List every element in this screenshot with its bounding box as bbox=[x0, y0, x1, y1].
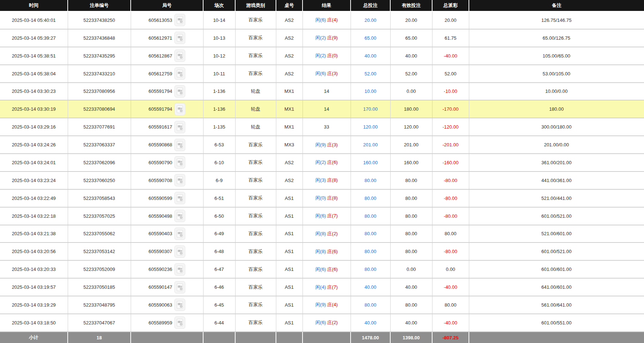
total-bet-link[interactable]: 10.00 bbox=[364, 88, 376, 94]
valid_bet-cell: 0.00 bbox=[390, 260, 432, 278]
total-bet-link[interactable]: 40.00 bbox=[364, 284, 376, 290]
table-row[interactable]: 2025-03-14 03:20:33522337052009605590236… bbox=[0, 260, 644, 278]
total-bet-link[interactable]: 40.00 bbox=[364, 53, 376, 59]
subtotal-bet_no-cell: 18 bbox=[68, 332, 131, 343]
session-cell: 6-47 bbox=[203, 260, 235, 278]
table-row[interactable]: 2025-03-14 03:22:18522337057025605590498… bbox=[0, 207, 644, 225]
video-replay-button[interactable] bbox=[174, 192, 185, 204]
table-row[interactable]: 2025-03-14 03:22:49522337058543605590599… bbox=[0, 189, 644, 207]
total-bet-link[interactable]: 20.00 bbox=[364, 17, 376, 23]
valid_bet-cell: 52.00 bbox=[390, 65, 432, 83]
total-bet-link[interactable]: 80.00 bbox=[364, 178, 376, 183]
result-player: 闲(6) bbox=[315, 213, 326, 218]
total-bet-link[interactable]: 80.00 bbox=[364, 196, 376, 201]
video-camera-icon bbox=[176, 176, 183, 184]
total-bet-link[interactable]: 80.00 bbox=[364, 302, 376, 308]
result-player: 闲(6) bbox=[315, 17, 326, 23]
table-row[interactable]: 2025-03-14 03:24:26522337063337605590868… bbox=[0, 136, 644, 154]
total-bet-link[interactable]: 40.00 bbox=[364, 320, 376, 326]
table-row[interactable]: 2025-03-14 03:20:56522337053142605590307… bbox=[0, 243, 644, 260]
time-cell: 2025-03-14 05:39:27 bbox=[0, 29, 68, 47]
round-number: 605590790 bbox=[149, 160, 172, 165]
result-cell: 闲(8) 庄(2) bbox=[303, 225, 351, 243]
table-row-highlighted[interactable]: 2025-03-14 03:30:19522337080694605591794… bbox=[0, 100, 644, 118]
table-row[interactable]: 2025-03-14 03:19:29522337048795605590063… bbox=[0, 296, 644, 314]
table-row[interactable]: 2025-03-14 03:19:57522337050185605590147… bbox=[0, 278, 644, 296]
total_bet-cell: 201.00 bbox=[351, 136, 390, 154]
total_bet-cell: 40.00 bbox=[351, 47, 390, 65]
video-replay-button[interactable] bbox=[174, 103, 185, 115]
time-cell: 2025-03-14 05:40:01 bbox=[0, 11, 68, 29]
total-bet-link[interactable]: 65.00 bbox=[364, 35, 376, 41]
video-replay-button[interactable] bbox=[174, 85, 185, 98]
video-replay-button[interactable] bbox=[174, 263, 185, 276]
payout-cell: 52.00 bbox=[432, 65, 469, 83]
round_no-cell: 605590063 bbox=[131, 296, 203, 314]
total-bet-link[interactable]: 52.00 bbox=[364, 71, 376, 76]
valid_bet-cell: 160.00 bbox=[390, 154, 432, 172]
payout-cell: 80.00 bbox=[432, 225, 469, 243]
total-bet-link[interactable]: 120.00 bbox=[363, 124, 378, 130]
total-bet-link[interactable]: 80.00 bbox=[364, 231, 376, 236]
video-replay-button[interactable] bbox=[174, 281, 185, 293]
table-row[interactable]: 2025-03-14 03:23:24522337060250605590708… bbox=[0, 172, 644, 189]
payout-cell: -10.00 bbox=[432, 83, 469, 100]
total_bet-cell: 80.00 bbox=[351, 296, 390, 314]
result-banker: 庄(8) bbox=[327, 177, 338, 183]
video-replay-button[interactable] bbox=[174, 67, 185, 80]
valid_bet-cell: 0.00 bbox=[390, 83, 432, 100]
subtotal-time-cell: 小计 bbox=[0, 332, 68, 343]
table-row[interactable]: 2025-03-14 03:18:50522337047067605589959… bbox=[0, 314, 644, 332]
remark-cell: 201.00/0.00 bbox=[469, 136, 644, 154]
total-bet-link[interactable]: 201.00 bbox=[363, 142, 378, 147]
video-replay-button[interactable] bbox=[174, 32, 185, 44]
table-row[interactable]: 2025-03-14 05:39:27522337436848605612971… bbox=[0, 29, 644, 47]
total-bet-link[interactable]: 160.00 bbox=[363, 160, 378, 165]
video-replay-button[interactable] bbox=[174, 121, 185, 133]
total_bet-cell: 80.00 bbox=[351, 172, 390, 189]
video-replay-button[interactable] bbox=[174, 316, 185, 329]
video-replay-button[interactable] bbox=[174, 174, 185, 186]
total-bet-link[interactable]: 170.00 bbox=[363, 106, 378, 112]
payout-cell: -170.00 bbox=[432, 100, 469, 118]
valid_bet-cell: 80.00 bbox=[390, 207, 432, 225]
table-row[interactable]: 2025-03-14 03:21:38522337055062605590403… bbox=[0, 225, 644, 243]
video-replay-button[interactable] bbox=[174, 50, 185, 62]
video-replay-button[interactable] bbox=[174, 245, 185, 258]
video-replay-button[interactable] bbox=[174, 14, 185, 26]
table-row[interactable]: 2025-03-14 05:38:04522337433210605612759… bbox=[0, 65, 644, 83]
session-cell: 6-51 bbox=[203, 189, 235, 207]
session-cell: 6-10 bbox=[203, 154, 235, 172]
bet_no-cell: 522337080694 bbox=[68, 100, 131, 118]
session-cell: 6-49 bbox=[203, 225, 235, 243]
result-cell: 闲(6) 庄(7) bbox=[303, 207, 351, 225]
result-number: 14 bbox=[324, 88, 329, 94]
video-replay-button[interactable] bbox=[174, 228, 185, 240]
table-row[interactable]: 2025-03-14 03:30:23522337080956605591794… bbox=[0, 83, 644, 100]
remark-cell: 521.00/601.00 bbox=[469, 225, 644, 243]
video-replay-button[interactable] bbox=[174, 299, 185, 311]
total-bet-link[interactable]: 80.00 bbox=[364, 213, 376, 219]
total-bet-link[interactable]: 80.00 bbox=[364, 249, 376, 254]
table-row[interactable]: 2025-03-14 05:40:01522337438250605613053… bbox=[0, 11, 644, 29]
video-camera-icon bbox=[176, 248, 183, 256]
round_no-cell: 605590307 bbox=[131, 243, 203, 260]
payout-cell: 20.00 bbox=[432, 11, 469, 29]
column-header-result: 结果 bbox=[303, 0, 351, 11]
total-bet-link[interactable]: 80.00 bbox=[364, 267, 376, 272]
video-replay-button[interactable] bbox=[174, 156, 185, 169]
table-row[interactable]: 2025-03-14 03:29:16522337077691605591617… bbox=[0, 118, 644, 136]
table_no-cell: MX3 bbox=[276, 136, 303, 154]
video-camera-icon bbox=[176, 141, 183, 149]
table-row[interactable]: 2025-03-14 03:24:01522337062096605590790… bbox=[0, 154, 644, 172]
video-replay-button[interactable] bbox=[174, 210, 185, 222]
video-replay-button[interactable] bbox=[174, 139, 185, 151]
result-player: 闲(6) bbox=[315, 267, 326, 272]
remark-cell: 521.00/441.00 bbox=[469, 189, 644, 207]
valid_bet-cell: 180.00 bbox=[390, 100, 432, 118]
table-row[interactable]: 2025-03-14 05:38:51522337435295605612867… bbox=[0, 47, 644, 65]
game_type-cell: 百家乐 bbox=[235, 172, 276, 189]
time-cell: 2025-03-14 03:23:24 bbox=[0, 172, 68, 189]
result-cell: 闲(6) 庄(2) bbox=[303, 314, 351, 332]
table_no-cell: AS2 bbox=[276, 172, 303, 189]
